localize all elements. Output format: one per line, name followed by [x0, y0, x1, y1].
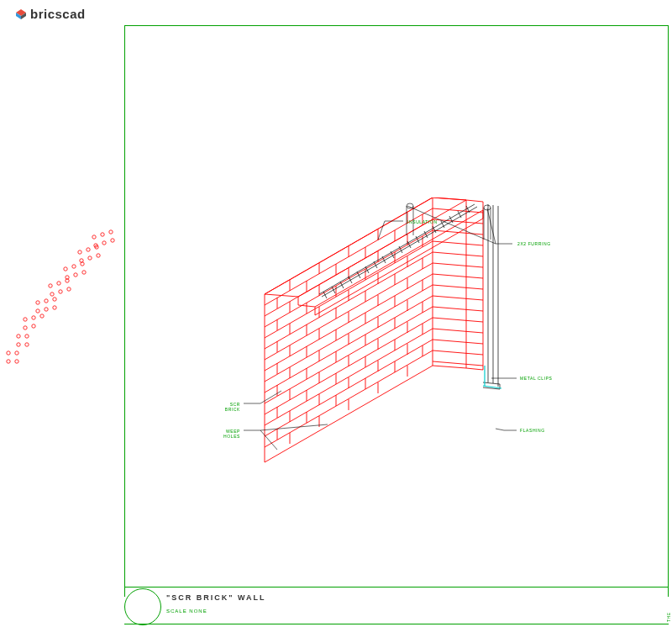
svg-point-28 [64, 267, 67, 271]
svg-point-3 [7, 351, 10, 355]
svg-point-41 [101, 233, 104, 236]
frame-top [124, 25, 669, 26]
label-flashing: FLASHING [520, 428, 545, 433]
frame-bottom2 [124, 624, 669, 624]
sheet-label: THE BOX [666, 612, 672, 622]
svg-point-5 [7, 360, 10, 363]
svg-point-4 [15, 351, 18, 355]
detail-bubble [124, 588, 161, 625]
frame-right [668, 25, 669, 597]
svg-point-39 [97, 254, 100, 257]
svg-point-25 [50, 292, 54, 296]
svg-point-27 [67, 287, 71, 291]
svg-point-6 [15, 360, 18, 363]
svg-line-197 [260, 391, 281, 403]
svg-point-34 [78, 250, 81, 254]
svg-point-9 [17, 343, 20, 346]
svg-point-18 [53, 298, 56, 301]
svg-point-14 [24, 326, 27, 329]
svg-point-16 [36, 301, 39, 304]
label-furring: 2X2 FURRING [517, 241, 551, 246]
svg-point-45 [111, 239, 114, 242]
svg-point-33 [82, 271, 86, 274]
svg-point-17 [45, 299, 48, 303]
label-scr-brick: SCR BRICK [213, 402, 240, 412]
label-weep-holes: WEEP HOLES [208, 429, 240, 439]
svg-point-11 [24, 318, 27, 321]
svg-point-15 [32, 324, 35, 328]
svg-line-200 [260, 424, 328, 430]
drawing-title: "SCR BRICK" WALL [166, 593, 266, 602]
label-metal-clips: METAL CLIPS [520, 376, 553, 381]
svg-point-42 [109, 230, 113, 234]
app-logo: bricscad [15, 7, 86, 21]
svg-point-37 [80, 259, 83, 262]
svg-point-26 [59, 290, 62, 293]
frame-bottom [124, 587, 669, 587]
svg-point-13 [40, 314, 44, 318]
svg-point-8 [25, 335, 29, 338]
svg-point-12 [32, 316, 35, 319]
svg-point-10 [25, 343, 29, 346]
svg-line-191 [487, 208, 496, 244]
scale-note: SCALE NONE [166, 609, 207, 614]
svg-point-21 [53, 306, 56, 309]
svg-line-190 [407, 206, 496, 244]
svg-point-38 [88, 256, 92, 260]
svg-point-29 [72, 265, 76, 268]
svg-line-195 [496, 429, 504, 430]
svg-point-32 [74, 273, 77, 277]
decorative-dots [0, 227, 126, 370]
svg-point-19 [36, 309, 39, 313]
label-insulation: INSULATION [407, 219, 438, 224]
svg-point-22 [49, 284, 52, 287]
svg-point-35 [87, 248, 90, 251]
bricscad-icon [15, 8, 27, 20]
logo-text: bricscad [30, 7, 86, 21]
svg-point-7 [17, 335, 20, 338]
svg-line-188 [378, 221, 385, 240]
svg-point-40 [92, 235, 96, 239]
svg-point-44 [102, 241, 106, 245]
svg-point-23 [57, 282, 60, 285]
svg-point-20 [45, 308, 48, 311]
svg-line-199 [260, 430, 277, 450]
